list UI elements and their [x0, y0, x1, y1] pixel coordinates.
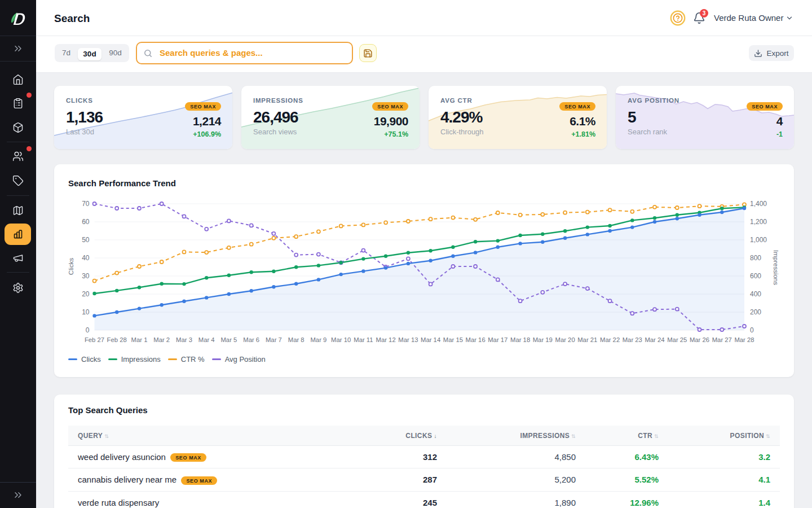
- svg-text:Mar 10: Mar 10: [331, 336, 351, 343]
- svg-text:50: 50: [82, 236, 90, 244]
- svg-text:800: 800: [750, 254, 761, 262]
- svg-text:200: 200: [750, 308, 761, 316]
- svg-text:Mar 2: Mar 2: [153, 336, 170, 343]
- svg-text:Feb 27: Feb 27: [85, 336, 104, 343]
- svg-text:Mar 12: Mar 12: [376, 336, 396, 343]
- svg-text:60: 60: [82, 218, 90, 226]
- svg-text:Mar 9: Mar 9: [310, 336, 326, 343]
- svg-text:Mar 3: Mar 3: [176, 336, 192, 343]
- svg-text:Mar 5: Mar 5: [220, 336, 237, 343]
- svg-text:Mar 28: Mar 28: [734, 336, 754, 343]
- svg-text:Mar 17: Mar 17: [488, 336, 508, 343]
- svg-text:Feb 28: Feb 28: [107, 336, 127, 343]
- svg-text:Clicks: Clicks: [68, 257, 74, 275]
- svg-text:1,400: 1,400: [750, 200, 767, 208]
- svg-text:Mar 24: Mar 24: [645, 336, 664, 343]
- svg-text:Mar 16: Mar 16: [466, 336, 486, 343]
- svg-text:Mar 15: Mar 15: [443, 336, 463, 343]
- svg-text:Mar 21: Mar 21: [577, 336, 597, 343]
- svg-text:10: 10: [82, 308, 90, 316]
- svg-text:40: 40: [82, 254, 90, 262]
- svg-text:Mar 7: Mar 7: [266, 336, 282, 343]
- svg-text:Mar 13: Mar 13: [398, 336, 418, 343]
- svg-text:20: 20: [82, 290, 90, 298]
- svg-text:30: 30: [82, 272, 90, 280]
- svg-text:Mar 8: Mar 8: [288, 336, 304, 343]
- svg-text:Mar 19: Mar 19: [533, 336, 553, 343]
- svg-text:Mar 1: Mar 1: [131, 336, 148, 343]
- svg-text:Mar 18: Mar 18: [510, 336, 530, 343]
- svg-text:0: 0: [750, 326, 754, 334]
- svg-text:1,000: 1,000: [750, 236, 767, 244]
- svg-text:Mar 14: Mar 14: [421, 336, 440, 343]
- svg-text:70: 70: [82, 200, 90, 208]
- svg-text:Mar 22: Mar 22: [600, 336, 620, 343]
- svg-text:600: 600: [750, 272, 761, 280]
- svg-text:Mar 25: Mar 25: [667, 336, 687, 343]
- svg-text:Mar 27: Mar 27: [712, 336, 732, 343]
- svg-text:Mar 4: Mar 4: [198, 336, 215, 343]
- svg-text:Mar 6: Mar 6: [243, 336, 259, 343]
- svg-text:Mar 26: Mar 26: [690, 336, 709, 343]
- svg-text:0: 0: [86, 326, 90, 334]
- svg-text:Mar 11: Mar 11: [354, 336, 373, 343]
- svg-text:Mar 23: Mar 23: [623, 336, 642, 343]
- svg-text:1,200: 1,200: [750, 218, 767, 226]
- svg-text:Impressions: Impressions: [773, 250, 779, 285]
- svg-text:400: 400: [750, 290, 761, 298]
- svg-text:Mar 20: Mar 20: [555, 336, 575, 343]
